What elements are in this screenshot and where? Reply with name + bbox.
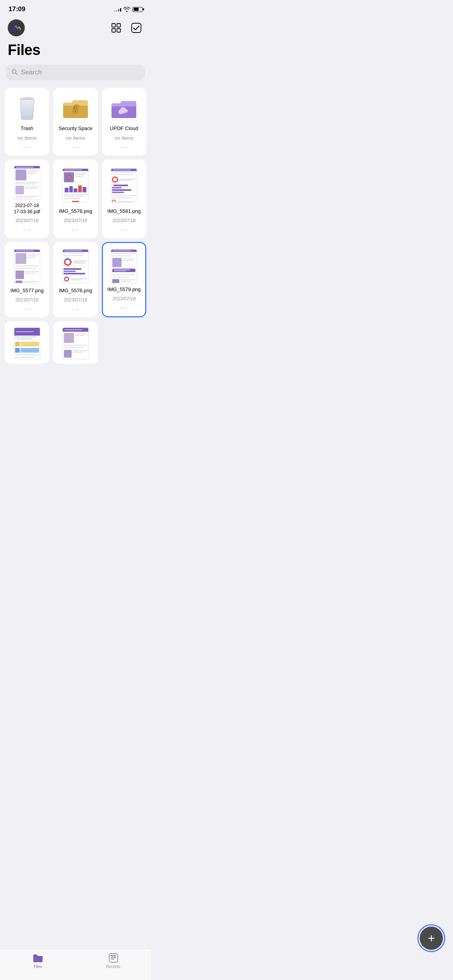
img5577-thumbnail-container <box>9 248 45 284</box>
status-bar: 17:09 <box>0 0 151 16</box>
file-card-img5581[interactable]: IMG_5581.png 2023/07/18 ··· <box>102 159 146 238</box>
pdf-thumbnail-container <box>9 166 45 200</box>
file-card-partial-2[interactable] <box>53 321 98 364</box>
svg-rect-3 <box>117 29 120 32</box>
search-placeholder: Search <box>21 69 42 76</box>
partial-thumb-2 <box>62 327 89 359</box>
grid-view-button[interactable] <box>109 21 123 35</box>
header-actions <box>109 21 143 35</box>
folder-name-cloud: UPDF Cloud <box>110 125 138 132</box>
folder-subtitle-cloud: no items <box>115 135 134 141</box>
img5576-thumbnail-container <box>57 248 94 284</box>
status-icons <box>114 7 142 12</box>
folder-more-security[interactable]: ··· <box>72 144 79 151</box>
file-more-pdf[interactable]: ··· <box>23 226 31 233</box>
folder-card-trash[interactable]: Trash no items ··· <box>5 88 49 156</box>
file-date-img5576: 2023/07/18 <box>64 297 87 303</box>
svg-point-11 <box>75 110 76 112</box>
search-icon <box>12 69 18 76</box>
file-name-img5578: IMG_5578.png <box>59 208 92 215</box>
file-card-img5578[interactable]: IMG_5578.png 2023/07/18 ··· <box>53 159 98 238</box>
file-date-img5581: 2023/07/18 <box>112 218 136 223</box>
signal-icon <box>114 7 121 12</box>
file-more-img5576[interactable]: ··· <box>72 306 79 313</box>
folder-card-security[interactable]: Security Space no items ··· <box>53 88 98 156</box>
file-more-img5579[interactable]: ··· <box>120 305 128 312</box>
file-date-img5579: 2023/07/18 <box>112 296 136 302</box>
folder-more-trash[interactable]: ··· <box>23 144 31 151</box>
file-name-img5579: IMG_5579.png <box>107 286 141 293</box>
file-card-pdf[interactable]: 2023-07-18 17-03-36.pdf 2023/07/18 ··· <box>5 159 49 238</box>
cloud-folder-icon <box>110 97 138 120</box>
folder-name-trash: Trash <box>21 125 33 132</box>
file-card-img5576[interactable]: IMG_5576.png 2023/07/18 ··· <box>53 242 98 317</box>
file-name-img5577: IMG_5577.png <box>10 288 44 294</box>
search-container: Search <box>0 65 151 88</box>
file-date-img5577: 2023/07/18 <box>15 297 39 303</box>
folder-subtitle-security: no items <box>66 135 85 141</box>
files-grid: Trash no items ··· Security Space no ite… <box>0 88 151 395</box>
img5578-thumbnail-container <box>57 166 94 205</box>
file-name-img5576: IMG_5576.png <box>59 288 92 294</box>
folder-name-security: Security Space <box>58 125 92 132</box>
security-icon-container <box>57 94 94 122</box>
file-name-img5581: IMG_5581.png <box>107 208 141 215</box>
partial-thumb-1 <box>14 327 40 359</box>
svg-line-6 <box>16 73 18 75</box>
file-more-img5581[interactable]: ··· <box>120 226 128 233</box>
trash-icon <box>15 96 39 121</box>
file-more-img5577[interactable]: ··· <box>23 306 31 313</box>
img5579-thumbnail-container <box>107 249 141 283</box>
file-more-img5578[interactable]: ··· <box>72 226 79 233</box>
img5577-thumbnail <box>14 249 40 283</box>
folder-card-cloud[interactable]: UPDF Cloud no items ··· <box>102 88 146 156</box>
trash-icon-container <box>9 94 45 122</box>
status-time: 17:09 <box>9 5 25 13</box>
search-bar[interactable]: Search <box>6 65 145 80</box>
file-name-pdf: 2023-07-18 17-03-36.pdf <box>14 203 40 215</box>
file-card-img5577[interactable]: IMG_5577.png 2023/07/18 ··· <box>5 242 49 317</box>
img5581-thumbnail-container <box>106 166 142 205</box>
app-logo[interactable] <box>8 19 25 36</box>
page-title: Files <box>8 42 143 58</box>
page-title-section: Files <box>0 40 151 65</box>
folder-subtitle-trash: no items <box>17 135 36 141</box>
file-date-img5578: 2023/07/18 <box>64 218 87 223</box>
battery-icon <box>132 7 142 12</box>
svg-rect-4 <box>132 23 141 33</box>
file-date-pdf: 2023/07/18 <box>15 218 39 223</box>
select-button[interactable] <box>129 21 143 35</box>
img5581-thumbnail <box>111 168 137 202</box>
security-folder-icon <box>62 97 89 120</box>
svg-rect-2 <box>112 29 115 32</box>
svg-rect-1 <box>117 24 120 27</box>
img5576-thumbnail <box>62 249 89 283</box>
pdf-thumbnail <box>14 166 40 200</box>
wifi-icon <box>124 7 130 12</box>
folder-more-cloud[interactable]: ··· <box>120 144 128 151</box>
cloud-icon-container <box>106 94 142 122</box>
img5578-thumbnail <box>62 168 89 202</box>
header <box>0 16 151 40</box>
img5579-thumbnail <box>111 249 137 283</box>
svg-rect-0 <box>112 24 115 27</box>
file-card-img5579[interactable]: IMG_5579.png 2023/07/18 ··· <box>102 242 146 317</box>
file-card-partial-1[interactable] <box>5 321 49 364</box>
